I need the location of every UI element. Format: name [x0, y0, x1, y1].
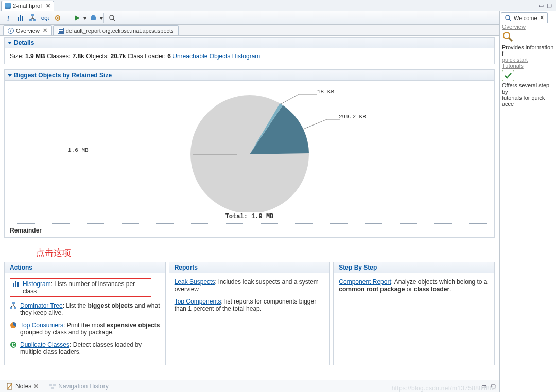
- svg-rect-25: [10, 307, 12, 309]
- bottom-panels: Actions Histogram: Lists number of insta…: [4, 262, 495, 365]
- report-icon: [58, 28, 64, 34]
- notes-icon: [6, 383, 13, 390]
- tab-default-report[interactable]: default_report org.eclipse.mat.api:suspe…: [53, 25, 179, 35]
- right-desc2b: tutorials for quick acce: [502, 95, 556, 107]
- welcome-icon: [505, 14, 512, 22]
- nav-history-tab[interactable]: Navigation History: [46, 382, 111, 391]
- topconsumers-link[interactable]: Top Consumers: [20, 322, 63, 329]
- svg-rect-21: [13, 283, 14, 287]
- details-line: Size: 1.9 MB Classes: 7.8k Objects: 20.7…: [10, 52, 489, 60]
- svg-line-37: [509, 38, 512, 41]
- check-icon: [502, 70, 514, 81]
- unreachable-histogram-link[interactable]: Unreachable Objects Histogram: [172, 52, 260, 60]
- window-controls: ▭ ▢: [538, 2, 556, 9]
- editor-tab-label: 2-mat.hprof: [13, 3, 42, 9]
- run-dropdown[interactable]: [70, 13, 84, 23]
- svg-point-36: [503, 32, 510, 39]
- svg-text:OQL: OQL: [41, 16, 49, 21]
- histogram-icon: [12, 280, 20, 288]
- leak-suspects-link[interactable]: Leak Suspects: [175, 278, 215, 286]
- notes-tab[interactable]: Notes ✕: [3, 382, 42, 391]
- stepbystep-panel: Step By Step Component Report: Analyze o…: [333, 262, 495, 365]
- duplicates-link[interactable]: Duplicate Classes: [20, 341, 70, 348]
- right-desc1: Provides information f: [502, 44, 556, 57]
- pie-label-remainder: 1.6 MB: [68, 147, 89, 153]
- close-icon[interactable]: ✕: [43, 27, 47, 34]
- svg-rect-2: [20, 15, 21, 21]
- annotation-click-this: 点击这项: [4, 238, 495, 261]
- query-dropdown[interactable]: [86, 13, 100, 23]
- welcome-pane: Welcome ✕ Overview Provides information …: [499, 11, 556, 392]
- svg-rect-3: [22, 16, 23, 21]
- tab-overview[interactable]: i Overview ✕: [3, 25, 52, 35]
- pie-chart: 1.6 MB 18 KB 299.2 KB Total: 1.9 MB: [8, 85, 491, 224]
- svg-rect-11: [92, 15, 95, 17]
- histogram-button[interactable]: [15, 13, 26, 23]
- close-icon[interactable]: ✕: [33, 383, 39, 390]
- welcome-tab[interactable]: Welcome ✕: [501, 12, 548, 23]
- histogram-link[interactable]: Histogram: [23, 280, 51, 288]
- editor-tab-hprof[interactable]: 2-mat.hprof ✕: [1, 1, 54, 11]
- tree-button[interactable]: [28, 13, 38, 23]
- actions-panel: Actions Histogram: Lists number of insta…: [4, 262, 166, 365]
- svg-point-34: [506, 15, 510, 20]
- top-components-link[interactable]: Top Components: [175, 298, 221, 305]
- action-histogram-boxed: Histogram: Lists number of instances per…: [10, 278, 151, 297]
- overview-scroll[interactable]: Details Size: 1.9 MB Classes: 7.8k Objec…: [0, 36, 499, 380]
- right-overview-label: Overview: [502, 24, 556, 30]
- svg-rect-31: [49, 384, 52, 386]
- info-icon: i: [8, 28, 14, 34]
- watermark: https://blog.csdn.net/m13758884868: [392, 385, 497, 392]
- info-button[interactable]: i: [3, 13, 13, 23]
- dominator-link[interactable]: Dominator Tree: [20, 302, 63, 309]
- close-icon[interactable]: ✕: [46, 3, 50, 9]
- tab-default-report-label: default_report org.eclipse.mat.api:suspe…: [66, 28, 174, 34]
- svg-rect-5: [29, 19, 32, 21]
- right-tutorials: Tutorials: [502, 63, 556, 69]
- svg-rect-23: [17, 282, 19, 287]
- overview-tabbar: i Overview ✕ default_report org.eclipse.…: [0, 25, 499, 36]
- svg-line-17: [281, 94, 299, 104]
- step-component-report: Component Report: Analyze objects which …: [339, 278, 489, 293]
- search-button[interactable]: [107, 13, 117, 23]
- duplicate-icon: C: [10, 341, 17, 348]
- minimize-icon[interactable]: ▭: [538, 2, 544, 9]
- svg-point-12: [110, 15, 114, 20]
- svg-rect-6: [33, 19, 36, 21]
- biggest-objects-heading[interactable]: Biggest Objects by Retained Size: [5, 70, 494, 81]
- actions-heading[interactable]: Actions: [5, 262, 165, 273]
- report-leak: Leak Suspects: includes leak suspects an…: [175, 278, 325, 293]
- gear-button[interactable]: [53, 13, 63, 23]
- action-duplicates: C Duplicate Classes: Detect classes load…: [10, 341, 160, 355]
- remainder-label: Remainder: [8, 224, 491, 235]
- editor-tabbar: 2-mat.hprof ✕ ▭ ▢: [0, 0, 556, 11]
- svg-point-9: [57, 17, 59, 19]
- svg-line-13: [113, 19, 115, 21]
- chevron-down-icon: [8, 42, 12, 44]
- reports-heading[interactable]: Reports: [169, 262, 330, 273]
- component-report-link[interactable]: Component Report: [339, 278, 391, 286]
- reports-panel: Reports Leak Suspects: includes leak sus…: [169, 262, 331, 365]
- svg-line-35: [509, 19, 511, 21]
- pie-icon: [10, 322, 17, 329]
- magnifier-icon: [502, 31, 556, 43]
- svg-rect-4: [31, 14, 34, 16]
- chevron-down-icon: [8, 74, 12, 77]
- svg-rect-22: [15, 281, 16, 287]
- svg-text:C: C: [12, 342, 15, 348]
- history-icon: [49, 383, 56, 390]
- maximize-icon[interactable]: ▢: [547, 2, 552, 9]
- biggest-objects-section: Biggest Objects by Retained Size: [4, 69, 495, 238]
- oql-button[interactable]: OQL: [40, 13, 50, 23]
- database-icon: [5, 3, 11, 9]
- tab-overview-label: Overview: [16, 28, 40, 34]
- stepbystep-heading[interactable]: Step By Step: [334, 262, 494, 273]
- svg-rect-10: [91, 16, 96, 20]
- close-icon[interactable]: ✕: [540, 14, 544, 21]
- right-quickstart: quick start: [502, 57, 556, 63]
- svg-text:i: i: [7, 14, 9, 22]
- svg-rect-32: [53, 384, 56, 386]
- chevron-down-icon: [100, 17, 103, 20]
- details-heading[interactable]: Details: [5, 38, 494, 48]
- pie-label-18kb: 18 KB: [317, 88, 334, 95]
